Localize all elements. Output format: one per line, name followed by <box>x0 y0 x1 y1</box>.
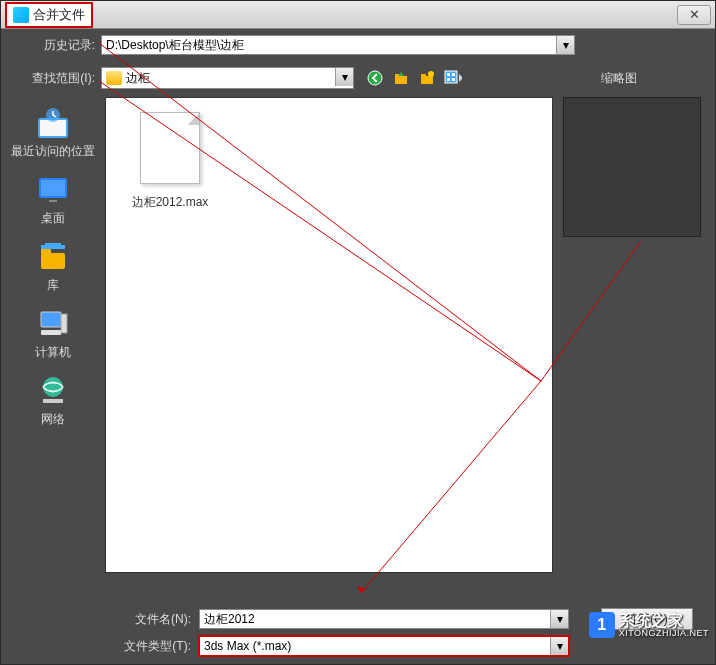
svg-rect-20 <box>41 312 61 327</box>
chevron-down-icon[interactable]: ▾ <box>335 68 353 86</box>
sidebar-item-desktop[interactable]: 桌面 <box>6 166 100 233</box>
history-value: D:\Desktop\柜台模型\边柜 <box>106 37 244 54</box>
filename-label: 文件名(N): <box>13 611 199 628</box>
window-controls: ✕ <box>675 5 711 25</box>
back-icon[interactable] <box>366 69 384 87</box>
svg-rect-15 <box>49 200 57 202</box>
thumbnail-preview <box>563 97 701 237</box>
folder-icon <box>106 71 122 85</box>
watermark-text: 系统之家 XITONGZHIJIA.NET <box>619 613 709 638</box>
lookin-label: 查找范围(I): <box>1 70 101 87</box>
file-item[interactable]: 边柜2012.max <box>120 112 220 211</box>
window-title: 合并文件 <box>33 6 85 24</box>
svg-rect-16 <box>41 253 65 269</box>
chevron-down-icon[interactable]: ▾ <box>556 36 574 54</box>
filetype-combo[interactable]: 3ds Max (*.max) ▾ <box>199 636 569 656</box>
file-name: 边柜2012.max <box>132 194 209 211</box>
svg-rect-7 <box>447 73 450 76</box>
nav-toolbar <box>366 69 462 87</box>
svg-rect-1 <box>395 76 407 84</box>
svg-rect-14 <box>41 180 65 196</box>
lookin-combo[interactable]: 边柜 ▾ <box>101 67 354 89</box>
svg-point-5 <box>428 71 434 77</box>
svg-rect-6 <box>445 71 457 83</box>
svg-rect-3 <box>421 76 433 84</box>
history-combo[interactable]: D:\Desktop\柜台模型\边柜 ▾ <box>101 35 575 55</box>
svg-point-23 <box>43 377 63 397</box>
filename-input[interactable]: 边柜2012 ▾ <box>199 609 569 629</box>
svg-rect-9 <box>447 78 450 81</box>
file-icon <box>140 112 200 184</box>
sidebar-item-label: 库 <box>47 277 59 294</box>
filetype-label: 文件类型(T): <box>13 638 199 655</box>
svg-rect-22 <box>41 330 61 335</box>
history-row: 历史记录: D:\Desktop\柜台模型\边柜 ▾ <box>1 29 715 61</box>
app-icon <box>13 7 29 23</box>
sidebar-item-label: 网络 <box>41 411 65 428</box>
file-list[interactable]: 边柜2012.max <box>105 97 553 573</box>
sidebar-item-library[interactable]: 库 <box>6 233 100 300</box>
sidebar-item-label: 计算机 <box>35 344 71 361</box>
library-icon <box>35 239 71 275</box>
watermark-title: 系统之家 <box>619 613 709 629</box>
watermark-badge: 1 <box>589 612 615 638</box>
sidebar-item-network[interactable]: 网络 <box>6 367 100 434</box>
places-sidebar: 最近访问的位置 桌面 库 计算机 <box>1 95 105 601</box>
svg-rect-10 <box>452 78 455 81</box>
filetype-value: 3ds Max (*.max) <box>204 639 291 653</box>
lookin-row: 查找范围(I): 边柜 ▾ 缩略图 <box>1 61 715 95</box>
filename-value: 边柜2012 <box>204 611 255 628</box>
history-label: 历史记录: <box>1 37 101 54</box>
svg-rect-17 <box>41 249 51 254</box>
chevron-down-icon[interactable]: ▾ <box>550 610 568 628</box>
sidebar-item-label: 桌面 <box>41 210 65 227</box>
up-icon[interactable] <box>392 69 410 87</box>
chevron-down-icon[interactable]: ▾ <box>550 637 568 655</box>
sidebar-item-computer[interactable]: 计算机 <box>6 300 100 367</box>
title-section: 合并文件 <box>5 2 93 28</box>
svg-rect-21 <box>61 314 67 333</box>
thumbnail-label: 缩略图 <box>601 70 637 87</box>
titlebar: 合并文件 ✕ <box>1 1 715 29</box>
watermark: 1 系统之家 XITONGZHIJIA.NET <box>589 612 709 638</box>
sidebar-item-recent[interactable]: 最近访问的位置 <box>6 99 100 166</box>
svg-rect-19 <box>45 243 61 247</box>
watermark-url: XITONGZHIJIA.NET <box>619 629 709 638</box>
svg-rect-25 <box>43 399 63 403</box>
desktop-icon <box>35 172 71 208</box>
merge-file-dialog: 合并文件 ✕ 历史记录: D:\Desktop\柜台模型\边柜 ▾ 查找范围(I… <box>0 0 716 665</box>
main-area: 最近访问的位置 桌面 库 计算机 <box>1 95 715 601</box>
close-button[interactable]: ✕ <box>677 5 711 25</box>
network-icon <box>35 373 71 409</box>
computer-icon <box>35 306 71 342</box>
svg-rect-8 <box>452 73 455 76</box>
recent-icon <box>35 105 71 141</box>
create-folder-icon[interactable] <box>418 69 436 87</box>
svg-rect-4 <box>421 74 426 77</box>
view-icon[interactable] <box>444 69 462 87</box>
lookin-value: 边柜 <box>126 70 150 87</box>
svg-point-0 <box>368 71 382 85</box>
sidebar-item-label: 最近访问的位置 <box>11 143 95 160</box>
